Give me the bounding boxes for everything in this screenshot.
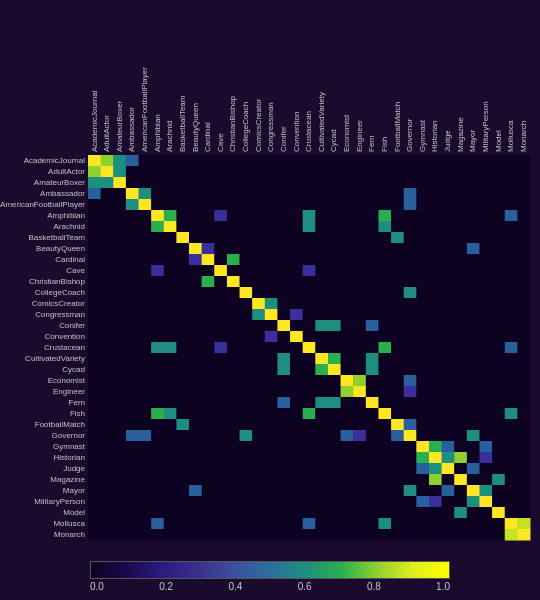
colorbar: 0.0 0.2 0.4 0.6 0.8 1.0: [90, 561, 450, 592]
colorbar-labels: 0.0 0.2 0.4 0.6 0.8 1.0: [90, 581, 450, 592]
colorbar-label-4: 0.8: [367, 581, 381, 592]
colorbar-label-3: 0.6: [298, 581, 312, 592]
colorbar-label-0: 0.0: [90, 581, 104, 592]
colorbar-label-2: 0.4: [228, 581, 242, 592]
colorbar-label-5: 1.0: [436, 581, 450, 592]
heatmap-container: 0.0 0.2 0.4 0.6 0.8 1.0: [0, 0, 540, 600]
colorbar-gradient: [90, 561, 450, 579]
heatmap-canvas: [0, 0, 540, 600]
colorbar-label-1: 0.2: [159, 581, 173, 592]
